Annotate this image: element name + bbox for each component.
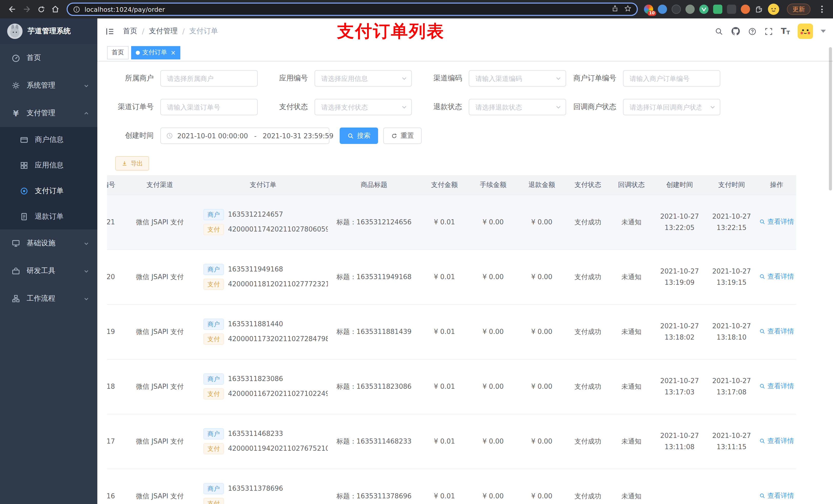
cell-status: 支付成功	[566, 304, 610, 359]
search-icon	[347, 133, 354, 139]
sidebar-item-home[interactable]: 首页	[0, 44, 97, 72]
question-icon[interactable]	[748, 27, 757, 35]
merchant-order-no-input[interactable]	[623, 70, 720, 87]
sidebar-item-system[interactable]: 系统管理	[0, 72, 97, 99]
channel-order-no-field[interactable]	[162, 99, 256, 115]
cell-pay-order: 商户1635311881440 支付4200001173202110272847…	[198, 304, 328, 359]
sidebar-item-pay[interactable]: ¥ 支付管理	[0, 99, 97, 127]
cell-notify: 未通知	[610, 195, 653, 249]
notify-status-select[interactable]	[623, 99, 720, 115]
caret-down-icon[interactable]	[821, 30, 826, 33]
view-detail-link[interactable]: 查看详情	[759, 271, 794, 282]
pay-no: 4200001194202110276752100612	[228, 443, 328, 454]
avatar[interactable]	[798, 24, 813, 39]
sidebar-item-app-info[interactable]: 应用信息	[0, 153, 97, 178]
sidebar-item-infra[interactable]: 基础设施	[0, 230, 97, 257]
browser-menu-icon[interactable]	[818, 6, 826, 13]
pay-no: 4200001174202110278060590766	[228, 224, 328, 235]
extension-icon-7[interactable]	[727, 5, 736, 14]
sidebar-logo[interactable]: 芋道管理系统	[0, 19, 97, 44]
yen-icon: ¥	[11, 108, 21, 118]
merchant-select[interactable]	[160, 70, 258, 87]
extension-icon-4[interactable]	[686, 5, 695, 14]
channel-order-no-input[interactable]	[160, 99, 258, 115]
export-button[interactable]: 导出	[115, 156, 149, 171]
cell-created: 2021-10-27 13:17:03	[653, 359, 706, 414]
fullscreen-icon[interactable]	[765, 27, 773, 35]
page-scrollbar[interactable]	[829, 47, 832, 191]
pay-status-select[interactable]	[314, 99, 412, 115]
pay-order-target-icon	[20, 187, 29, 196]
pay-tag: 支付	[204, 333, 224, 345]
cell-pay-order: 商户1635311378696 支付	[198, 469, 328, 504]
browser-reload-button[interactable]	[34, 2, 48, 16]
tab-home[interactable]: 首页	[107, 46, 128, 59]
reload-icon	[37, 5, 45, 14]
navbar-actions: TT	[715, 24, 833, 39]
cell-status: 支付成功	[566, 414, 610, 469]
merchant-tag: 商户	[204, 209, 224, 220]
extension-icon-5[interactable]	[699, 5, 709, 14]
view-icon	[759, 273, 765, 280]
address-bar[interactable]: localhost:1024/pay/order	[67, 3, 638, 16]
sidebar-item-refund-order[interactable]: 退款订单	[0, 204, 97, 230]
search-button[interactable]: 搜索	[340, 127, 378, 144]
extension-icon-2[interactable]	[658, 5, 667, 14]
browser-home-button[interactable]	[48, 2, 63, 16]
extension-icon-6[interactable]	[713, 5, 722, 14]
create-time-range-picker[interactable]: 2021-10-01 00:00:00 - 2021-10-31 23:59:5…	[160, 127, 329, 144]
cell-paid: 2021-10-27 13:17:08	[706, 359, 757, 414]
notify-status-input[interactable]	[624, 99, 707, 115]
sidebar-item-workflow[interactable]: 工作流程	[0, 285, 97, 312]
refund-status-select[interactable]	[469, 99, 566, 115]
extension-icon-3[interactable]	[672, 5, 681, 14]
merchant-tag: 商户	[204, 483, 224, 494]
channel-code-input[interactable]	[470, 71, 552, 86]
share-icon[interactable]	[611, 5, 619, 14]
cell-status: 支付成功	[566, 359, 610, 414]
refund-status-input[interactable]	[470, 99, 552, 115]
merchant-select-input[interactable]	[162, 71, 256, 86]
channel-code-select[interactable]	[469, 70, 566, 87]
payments-table-scroll[interactable]: 编号 支付渠道 支付订单 商品标题 支付金额 手续金额 退款金额 支付状态 回调…	[107, 175, 796, 504]
sidebar-item-label: 商户信息	[35, 135, 64, 144]
view-detail-link[interactable]: 查看详情	[759, 381, 794, 391]
browser-update-button[interactable]: 更新	[787, 4, 810, 15]
cell-notify: 未通知	[610, 414, 653, 469]
view-detail-link[interactable]: 查看详情	[759, 326, 794, 337]
app-no-select[interactable]	[314, 70, 412, 87]
hamburger-button[interactable]	[97, 26, 119, 36]
font-size-icon[interactable]: TT	[781, 27, 790, 35]
download-icon	[121, 160, 127, 166]
pay-status-input[interactable]	[316, 99, 398, 115]
sidebar-item-dev-tools[interactable]: 研发工具	[0, 257, 97, 285]
extensions-puzzle-icon[interactable]	[755, 5, 763, 14]
browser-profile-avatar[interactable]	[768, 4, 779, 15]
sidebar-item-merchant-info[interactable]: 商户信息	[0, 127, 97, 153]
sidebar-item-pay-order[interactable]: 支付订单	[0, 178, 97, 204]
app-no-select-input[interactable]	[316, 71, 398, 86]
cell-amount: ¥ 0.01	[420, 195, 469, 249]
search-icon[interactable]	[715, 27, 723, 35]
browser-back-button[interactable]	[5, 2, 20, 16]
extension-icon-8[interactable]	[741, 5, 750, 14]
filter-row-3: 创建时间 2021-10-01 00:00:00 - 2021-10-31 23…	[107, 127, 833, 144]
cell-created: 2021-10-27 13:22:05	[653, 195, 706, 249]
tab-close-icon[interactable]: ×	[171, 49, 176, 55]
tab-pay-order[interactable]: 支付订单 ×	[131, 46, 180, 59]
merchant-order-no-field[interactable]	[624, 71, 719, 86]
view-detail-link[interactable]: 查看详情	[759, 216, 794, 227]
cell-refund: ¥ 0.00	[518, 195, 566, 249]
browser-forward-button[interactable]	[20, 2, 34, 16]
table-row: 117 微信 JSAPI 支付 商户1635311468233 支付420000…	[107, 414, 796, 469]
github-icon[interactable]	[731, 27, 740, 36]
bookmark-star-icon[interactable]	[624, 5, 632, 14]
breadcrumb-item-home[interactable]: 首页	[123, 27, 137, 36]
reset-button[interactable]: 重置	[383, 127, 422, 144]
filter-pay-status: 支付状态	[261, 99, 412, 115]
view-detail-link[interactable]: 查看详情	[759, 490, 794, 501]
extension-icon-1[interactable]: 10	[644, 5, 653, 14]
cell-created: 2021-10-27 13:18:02	[653, 304, 706, 359]
breadcrumb-item-pay[interactable]: 支付管理	[149, 27, 177, 36]
view-detail-link[interactable]: 查看详情	[759, 435, 794, 447]
